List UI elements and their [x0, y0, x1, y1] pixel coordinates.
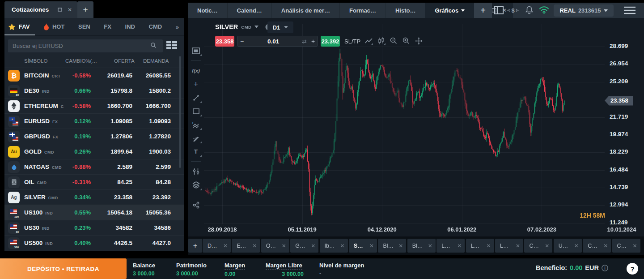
account-selector[interactable]: REAL 2313615 [554, 4, 614, 17]
chart-tab-7[interactable]: Bl…✕ [378, 239, 406, 253]
layers-icon[interactable] [190, 179, 202, 191]
svg-text:$: $ [511, 7, 515, 14]
volume-decrease-button[interactable]: − [237, 38, 246, 45]
watchlist-window-tab[interactable]: Cotizaciones ✕ [4, 1, 77, 18]
close-icon[interactable]: ✕ [603, 243, 608, 249]
watchlist-tab-hot[interactable]: HOT [43, 18, 64, 35]
close-icon[interactable]: ✕ [545, 243, 549, 249]
new-window-tab-button[interactable]: + [474, 3, 492, 18]
chart-tab-1[interactable]: D…✕ [203, 239, 231, 253]
summary-label: Balance [133, 262, 155, 269]
wifi-icon[interactable] [539, 6, 549, 14]
watchlist-row-eurusd[interactable]: ✶EURUSDFX0.12%1.090851.09093 [4, 113, 184, 129]
close-icon[interactable]: ✕ [67, 7, 73, 13]
rectangle-icon[interactable] [190, 105, 202, 117]
watchlist-row-us30[interactable]: 30US30IND0.23%3458234586 [4, 220, 184, 235]
chart-tab-15[interactable]: C…✕ [612, 239, 640, 253]
watchlist-tab-fav[interactable]: FAV [8, 18, 30, 35]
watchlist-row-gbpusd[interactable]: GBPUSDFX0.19%1.278061.27820 [4, 129, 184, 144]
close-icon[interactable]: ✕ [398, 243, 403, 249]
chart-tab-10[interactable]: L…✕ [466, 239, 494, 253]
panel-layout-icon[interactable] [494, 6, 504, 14]
zoom-out-icon[interactable] [390, 37, 398, 45]
chart-tab-4[interactable]: G…✕ [290, 239, 318, 253]
chart-tab-6[interactable]: S…✕ [349, 239, 377, 253]
fx-indicators-icon[interactable]: f(x) [190, 65, 202, 77]
sltp-button[interactable]: SL/TP [344, 38, 360, 45]
close-icon[interactable]: ✕ [516, 243, 520, 249]
fibonacci-icon[interactable]: F [190, 119, 202, 130]
pan-icon[interactable] [415, 37, 423, 45]
watchlist-tab-sen[interactable]: SEN [78, 18, 90, 35]
chart-tab-label: C… [617, 243, 631, 249]
chart-tab-12[interactable]: C…✕ [524, 239, 552, 253]
screenshot-icon[interactable] [190, 45, 202, 56]
close-icon[interactable]: ✕ [223, 243, 228, 249]
close-icon[interactable]: ✕ [457, 243, 462, 249]
ask-value: 2.599 [132, 163, 171, 170]
watchlist-tab-ind[interactable]: IND [125, 18, 135, 35]
close-icon[interactable]: ✕ [252, 243, 257, 249]
share-icon[interactable] [190, 199, 202, 211]
close-icon[interactable]: ✕ [487, 243, 491, 249]
watchlist-row-bitcoin[interactable]: ₿BITCOINCRT-0.58%26019.4526085.55 [4, 68, 184, 83]
sell-price-button[interactable]: 23.358 [215, 36, 234, 47]
maximize-icon[interactable] [57, 7, 63, 13]
watchlist-scrollbar[interactable] [179, 56, 181, 168]
watchlist-row-us100[interactable]: 100US100IND0.55%15054.1815055.36 [4, 205, 184, 220]
watchlist-row-oil[interactable]: OILCMD-0.31%84.2584.28 [4, 174, 184, 189]
trendline-icon[interactable] [190, 92, 202, 103]
chart-tab-2[interactable]: E…✕ [232, 239, 260, 253]
text-icon[interactable]: T [190, 146, 202, 157]
hamburger-menu-icon[interactable] [624, 6, 636, 14]
money-sound-icon[interactable]: $ [507, 7, 519, 14]
watchlist-row-ethereum[interactable]: ETHEREUMCRT-0.58%1660.7001666.700 [4, 98, 184, 113]
watchlist-row-silver[interactable]: AgSILVERCMD0.34%23.35823.392 [4, 189, 184, 205]
crosshair-icon[interactable]: + [190, 78, 202, 90]
chart-tab-5[interactable]: Ib…✕ [320, 239, 348, 253]
draw-icon[interactable] [190, 132, 202, 144]
watchlist-tab-cmd[interactable]: CMD [149, 18, 162, 35]
watchlist-row-gold[interactable]: AuGOLDCMD0.26%1899.641900.03 [4, 144, 184, 159]
candlestick-canvas[interactable] [204, 18, 606, 227]
search-input[interactable] [8, 39, 163, 52]
volume-increase-button[interactable]: + [309, 38, 318, 45]
chart-tab-3[interactable]: O…✕ [261, 239, 289, 253]
watchlist-tab-label: FAV [19, 23, 30, 30]
timeframe-selector[interactable]: D1 [267, 21, 293, 33]
watchlist-row-de30[interactable]: 30DE30IND0.66%15798.815800.2 [4, 83, 184, 98]
chart-tab-14[interactable]: C…✕ [583, 239, 611, 253]
new-watchlist-tab-button[interactable]: + [77, 1, 93, 18]
chart-tab-8[interactable]: Bl…✕ [407, 239, 436, 253]
watchlist-row-us500[interactable]: 500US500IND0.40%4426.54427.0 [4, 235, 184, 250]
help-button[interactable]: ? [627, 263, 638, 275]
chart-tab-11[interactable]: L…✕ [495, 239, 523, 253]
bell-icon[interactable] [525, 6, 533, 14]
zoom-in-icon[interactable] [402, 37, 410, 45]
volume-input[interactable] [246, 38, 300, 45]
close-icon[interactable]: ✕ [428, 243, 432, 249]
watchlist-row-natgas[interactable]: NATGASCMD-0.88%2.5892.599 [4, 159, 184, 174]
chart-symbol-selector[interactable]: SILVER CMD i [215, 23, 272, 30]
info-icon[interactable]: i [602, 265, 608, 271]
grid-view-icon[interactable] [166, 41, 177, 49]
swap-icon[interactable]: ⇄ [302, 38, 307, 45]
buy-price-button[interactable]: 23.392 [321, 36, 340, 47]
close-icon[interactable]: ✕ [311, 243, 315, 249]
close-icon[interactable]: ✕ [633, 243, 637, 249]
chevrons-right-icon[interactable]: » [176, 23, 179, 31]
candle-mode-icon[interactable] [377, 37, 385, 45]
close-icon[interactable]: ✕ [574, 243, 579, 249]
y-axis-label: 12.994 [610, 201, 641, 209]
new-chart-tab-button[interactable]: + [188, 239, 202, 253]
close-icon[interactable]: ✕ [282, 243, 286, 249]
chart-tab-13[interactable]: U…✕ [554, 239, 582, 253]
close-icon[interactable]: ✕ [369, 243, 374, 249]
watchlist-tab-fx[interactable]: FX [104, 18, 111, 35]
chart-tab-9[interactable]: L…✕ [436, 239, 465, 253]
line-mode-icon[interactable] [364, 37, 373, 45]
close-icon[interactable]: ✕ [340, 243, 345, 249]
symbol-tag: FX [52, 120, 58, 124]
symbol-label: DE30 [24, 87, 39, 94]
indicator-sliders-icon[interactable] [190, 166, 202, 177]
